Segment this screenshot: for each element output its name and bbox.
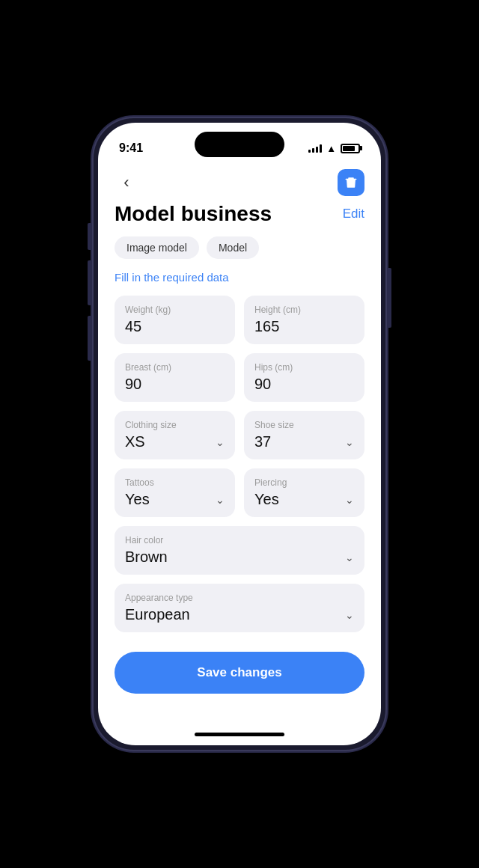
hips-label: Hips (cm) [254,362,354,373]
appearance-chevron-icon: ⌄ [345,609,354,621]
piercing-chevron-icon: ⌄ [345,494,354,506]
hips-field[interactable]: Hips (cm) 90 [244,353,364,402]
piercing-value: Yes [254,491,279,508]
dynamic-island [195,132,284,157]
height-label: Height (cm) [254,305,354,315]
tattoos-value: Yes [125,491,150,508]
form-section-sizing: Clothing size XS ⌄ Shoe size 37 ⌄ [115,411,364,459]
shoe-label: Shoe size [254,420,354,430]
piercing-field[interactable]: Piercing Yes ⌄ [244,468,364,517]
hair-color-value: Brown [125,548,168,566]
weight-label: Weight (kg) [125,305,225,315]
shoe-chevron-icon: ⌄ [345,436,354,448]
status-icons: ▲ [308,143,360,154]
shoe-value: 37 [254,433,271,450]
trash-icon [344,176,358,189]
breast-field[interactable]: Breast (cm) 90 [115,353,235,402]
tattoos-label: Tattoos [125,477,225,488]
hair-color-label: Hair color [125,535,354,545]
home-indicator [98,723,381,745]
hips-value: 90 [254,376,354,393]
nav-bar: ‹ [98,163,381,199]
breast-label: Breast (cm) [125,362,225,373]
tag-image-model[interactable]: Image model [115,236,199,259]
battery-icon [341,144,360,153]
breast-value: 90 [125,376,225,393]
appearance-type-field[interactable]: Appearance type European ⌄ [115,584,364,632]
wifi-icon: ▲ [326,143,336,154]
home-bar [195,733,284,736]
signal-icon [308,144,322,153]
clothing-value: XS [125,433,145,450]
page-header: Model business Edit [115,199,364,226]
tag-model[interactable]: Model [207,236,259,259]
clothing-chevron-icon: ⌄ [216,436,225,448]
shoe-field[interactable]: Shoe size 37 ⌄ [244,411,364,459]
appearance-type-value: European [125,606,190,623]
page-title: Model business [115,202,272,226]
tattoos-chevron-icon: ⌄ [216,494,225,506]
weight-field[interactable]: Weight (kg) 45 [115,296,235,344]
tags-row: Image model Model [115,236,364,259]
clothing-field[interactable]: Clothing size XS ⌄ [115,411,235,459]
form-subtitle: Fill in the required data [115,271,364,284]
form-section-hair: Hair color Brown ⌄ [115,526,364,575]
status-time: 9:41 [119,141,143,155]
hair-color-field[interactable]: Hair color Brown ⌄ [115,526,364,575]
form-section-extras: Tattoos Yes ⌄ Piercing Yes ⌄ [115,468,364,517]
form-section-body: Breast (cm) 90 Hips (cm) 90 [115,353,364,402]
form-section-measurements: Weight (kg) 45 Height (cm) 165 [115,296,364,344]
save-button[interactable]: Save changes [115,652,364,694]
weight-value: 45 [125,318,225,335]
form-section-appearance: Appearance type European ⌄ [115,584,364,632]
save-section: Save changes [115,641,364,709]
hair-chevron-icon: ⌄ [345,551,354,563]
scroll-content: Model business Edit Image model Model Fi… [98,199,381,723]
height-field[interactable]: Height (cm) 165 [244,296,364,344]
height-value: 165 [254,318,354,335]
piercing-label: Piercing [254,477,354,488]
tattoos-field[interactable]: Tattoos Yes ⌄ [115,468,235,517]
appearance-type-label: Appearance type [125,593,354,603]
back-button[interactable]: ‹ [115,171,138,195]
clothing-label: Clothing size [125,420,225,430]
edit-button[interactable]: Edit [343,207,364,221]
delete-button[interactable] [338,169,364,196]
